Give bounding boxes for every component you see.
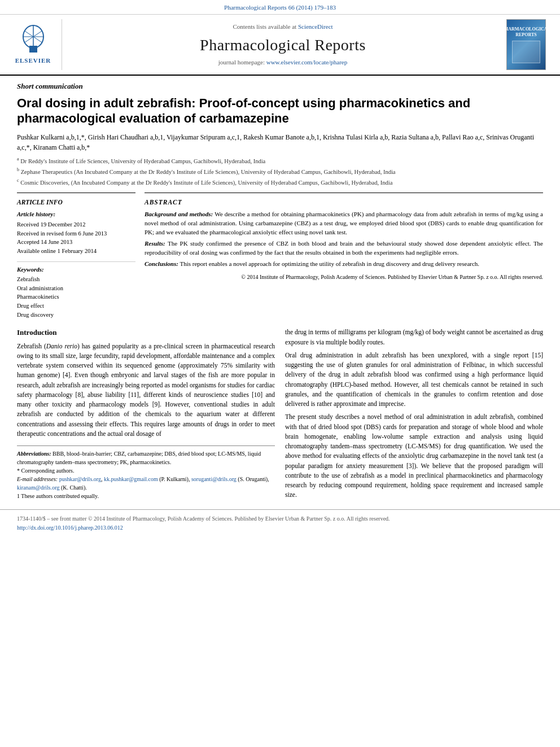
authors-line: Pushkar Kulkarni a,b,1,*, Girish Hari Ch…	[17, 132, 543, 152]
abbreviations-footnote: Abbreviations: BBB, blood–brain-barrier;…	[17, 449, 275, 466]
email-link-1[interactable]: pushkar@drils.org	[59, 476, 101, 482]
keyword-drug-effect: Drug effect	[17, 302, 135, 311]
elsevier-label: ELSEVIER	[15, 56, 51, 65]
svg-line-4	[33, 31, 42, 37]
affiliations: a Dr Reddy's Institute of Life Sciences,…	[17, 156, 543, 187]
article-title: Oral dosing in adult zebrafish: Proof-of…	[17, 95, 543, 126]
main-col-left: Introduction Zebrafish (Danio rerio) has…	[17, 327, 275, 503]
right-col-text: the drug in terms of milligrams per kilo…	[285, 327, 543, 500]
affiliation-b: Zephase Therapeutics (An Incubated Compa…	[21, 168, 396, 174]
corresponding-footnote: * Corresponding authors.	[17, 466, 275, 475]
svg-line-7	[25, 37, 33, 42]
keyword-oral: Oral administration	[17, 285, 135, 293]
received-date: Received 19 December 2012	[17, 221, 135, 229]
article-body: Short communication Oral dosing in adult…	[0, 76, 560, 509]
email-link-3[interactable]: soruganti@drils.org	[191, 476, 237, 482]
main-col-right: the drug in terms of milligrams per kilo…	[285, 327, 543, 503]
affiliation-a: Dr Reddy's Institute of Life Sciences, U…	[20, 158, 265, 164]
contributed-footnote: 1 These authors contributed equally.	[17, 492, 275, 500]
doi-link[interactable]: http://dx.doi.org/10.1016/j.pharep.2013.…	[17, 525, 123, 531]
bottom-bar: 1734-1140/$ – see front matter © 2014 In…	[0, 509, 560, 536]
email-footnote: E-mail addresses: pushkar@drils.org, kk.…	[17, 475, 275, 492]
article-info-col: ARTICLE INFO Article history: Received 1…	[17, 193, 135, 320]
top-citation: Pharmacological Reports 66 (2014) 179–18…	[224, 4, 336, 11]
intro-heading: Introduction	[17, 327, 275, 338]
article-info-abstract-cols: ARTICLE INFO Article history: Received 1…	[17, 193, 543, 320]
revised-date: Received in revised form 6 June 2013	[17, 230, 135, 238]
intro-text: Zebrafish (Danio rerio) has gained popul…	[17, 342, 275, 439]
abstract-copyright: © 2014 Institute of Pharmacology, Polish…	[145, 273, 543, 282]
keywords-section: Keywords: Zebrafish Oral administration …	[17, 261, 135, 320]
sciencedirect-link[interactable]: ScienceDirect	[298, 23, 333, 30]
accepted-date: Accepted 14 June 2013	[17, 238, 135, 247]
cover-box: PHARMACOLOGICALREPORTS	[506, 19, 546, 70]
keywords-title: Keywords:	[17, 265, 135, 274]
elsevier-logo: ELSEVIER	[11, 19, 62, 70]
email-link-2[interactable]: kk.pushkar@gmail.com	[104, 476, 158, 482]
keyword-zebrafish: Zebrafish	[17, 276, 135, 284]
article-info-label: ARTICLE INFO	[17, 198, 135, 207]
journal-main-title: Pharmacological Reports	[200, 34, 366, 56]
abstract-background-label: Background and methods:	[145, 211, 213, 217]
abstract-text: Background and methods: We describe a me…	[145, 210, 543, 281]
issn-line: 1734-1140/$ – see front matter © 2014 In…	[17, 514, 543, 523]
main-content-cols: Introduction Zebrafish (Danio rerio) has…	[17, 327, 543, 503]
abstract-label: ABSTRACT	[145, 198, 543, 207]
email-link-4[interactable]: kiranam@drils.org	[17, 484, 59, 491]
contents-line: Contents lists available at ScienceDirec…	[233, 23, 333, 31]
page-wrapper: Pharmacological Reports 66 (2014) 179–18…	[0, 0, 560, 547]
keyword-drug-discovery: Drug discovery	[17, 311, 135, 320]
keyword-pk: Pharmacokinetics	[17, 293, 135, 302]
journal-top-bar: Pharmacological Reports 66 (2014) 179–18…	[0, 0, 560, 15]
abstract-conclusions-label: Conclusions:	[145, 260, 178, 267]
journal-homepage: journal homepage: www.elsevier.com/locat…	[218, 58, 347, 67]
available-date: Available online 1 February 2014	[17, 247, 135, 256]
abstract-col: ABSTRACT Background and methods: We desc…	[145, 193, 543, 320]
footnotes-section: Abbreviations: BBB, blood–brain-barrier;…	[17, 445, 275, 500]
abstract-results-label: Results:	[145, 240, 165, 247]
journal-cover-image: PHARMACOLOGICALREPORTS	[504, 19, 549, 70]
journal-header: ELSEVIER Contents lists available at Sci…	[0, 15, 560, 76]
journal-title-center: Contents lists available at ScienceDirec…	[69, 19, 497, 70]
svg-line-3	[25, 31, 33, 37]
homepage-url[interactable]: www.elsevier.com/locate/pharep	[266, 59, 347, 65]
svg-line-8	[33, 37, 42, 42]
history-label: Article history:	[17, 210, 135, 219]
abstract-conclusions-text: This report enables a novel approach for…	[180, 260, 479, 267]
affiliation-c: Cosmic Discoveries, (An Incubated Compan…	[20, 180, 392, 186]
abstract-results-text: The PK study confirmed the presence of C…	[145, 240, 543, 256]
article-type: Short communication	[17, 81, 543, 91]
